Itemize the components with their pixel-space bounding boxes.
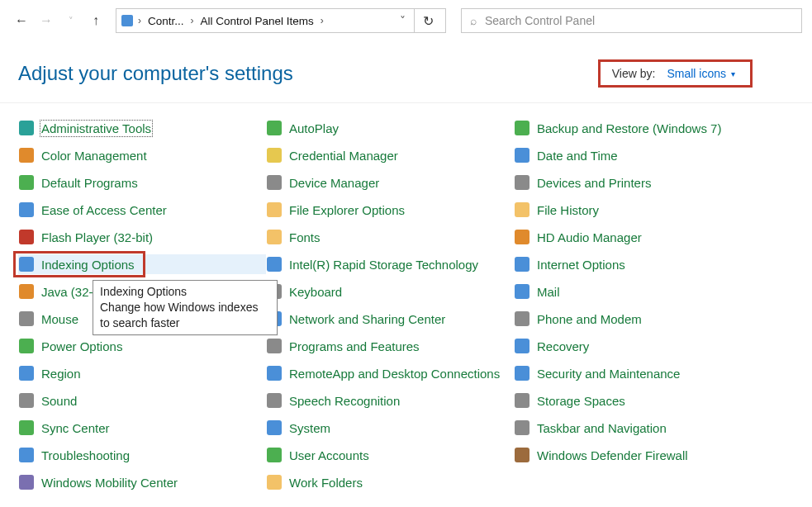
chevron-right-icon[interactable]: ›	[319, 15, 325, 26]
control-panel-item[interactable]: Internet Options	[514, 254, 762, 274]
item-icon	[18, 201, 35, 218]
item-label: Credential Manager	[289, 149, 398, 163]
control-panel-item[interactable]: Mail	[514, 282, 762, 301]
item-label: Backup and Restore (Windows 7)	[537, 121, 721, 135]
item-label: System	[289, 421, 330, 435]
control-panel-item[interactable]: Windows Mobility Center	[18, 472, 266, 492]
control-panel-item[interactable]: Default Programs	[18, 173, 266, 192]
item-icon	[18, 447, 35, 463]
item-label: RemoteApp and Desktop Connections	[289, 367, 500, 381]
breadcrumb-current[interactable]: All Control Panel Items	[197, 15, 317, 27]
address-bar[interactable]: › Contr... › All Control Panel Items › ˅…	[116, 8, 446, 33]
item-label: Phone and Modem	[537, 312, 642, 326]
control-panel-item[interactable]: Devices and Printers	[514, 173, 762, 192]
control-panel-item[interactable]: Sync Center	[18, 418, 266, 438]
item-icon	[514, 447, 530, 463]
control-panel-item[interactable]: Storage Spaces	[514, 391, 762, 410]
control-panel-item[interactable]: Security and Maintenance	[514, 363, 762, 383]
address-dropdown-icon[interactable]: ˅	[393, 14, 412, 27]
item-label: Internet Options	[537, 258, 625, 272]
control-panel-item[interactable]: Color Management	[18, 145, 266, 165]
control-panel-item[interactable]: Device Manager	[266, 173, 514, 192]
item-label: Windows Mobility Center	[41, 476, 178, 490]
control-panel-item[interactable]: Taskbar and Navigation	[514, 418, 762, 438]
item-label: AutoPlay	[289, 121, 339, 135]
control-panel-item[interactable]: Phone and Modem	[514, 309, 762, 329]
tooltip: Indexing Options Change how Windows inde…	[93, 280, 278, 335]
item-label: Taskbar and Navigation	[537, 421, 667, 435]
item-icon	[514, 365, 530, 381]
control-panel-item[interactable]: AutoPlay	[266, 118, 514, 138]
item-icon	[514, 310, 530, 327]
control-panel-item[interactable]: Credential Manager	[266, 145, 514, 165]
page-title: Adjust your computer's settings	[18, 62, 293, 85]
control-panel-item[interactable]: Indexing Options	[18, 254, 266, 274]
chevron-right-icon[interactable]: ›	[136, 15, 143, 26]
up-icon[interactable]: ↑	[89, 14, 102, 27]
chevron-right-icon[interactable]: ›	[189, 15, 196, 26]
item-label: File History	[537, 203, 599, 217]
header-row: Adjust your computer's settings View by:…	[0, 41, 812, 88]
control-panel-item[interactable]: Programs and Features	[266, 336, 514, 356]
back-icon[interactable]: ←	[15, 14, 28, 27]
control-panel-item[interactable]: Flash Player (32-bit)	[18, 227, 266, 247]
control-panel-item[interactable]: System	[266, 418, 514, 438]
control-panel-item[interactable]: Fonts	[266, 227, 514, 247]
item-label: Security and Maintenance	[537, 367, 680, 381]
item-label: Fonts	[289, 230, 321, 244]
item-icon	[514, 229, 530, 245]
item-label: Default Programs	[41, 176, 138, 190]
item-label: File Explorer Options	[289, 203, 405, 217]
item-icon	[266, 447, 283, 463]
item-icon	[18, 474, 35, 490]
control-panel-item[interactable]: Date and Time	[514, 145, 762, 165]
control-panel-item[interactable]: Speech Recognition	[266, 391, 514, 410]
refresh-icon[interactable]: ↻	[414, 9, 442, 32]
item-icon	[266, 338, 283, 354]
recent-dropdown-icon[interactable]: ˅	[64, 17, 78, 26]
view-by-selector[interactable]: View by: Small icons ▾	[598, 59, 753, 88]
chevron-down-icon[interactable]: ▾	[731, 69, 735, 78]
tooltip-title: Indexing Options	[100, 284, 270, 300]
item-icon	[266, 201, 283, 218]
item-icon	[266, 120, 283, 136]
item-label: Storage Spaces	[537, 394, 625, 408]
item-label: Date and Time	[537, 149, 618, 163]
toolbar: ← → ˅ ↑ › Contr... › All Control Panel I…	[0, 0, 812, 41]
control-panel-item[interactable]: Windows Defender Firewall	[514, 445, 762, 465]
control-panel-item[interactable]: File Explorer Options	[266, 200, 514, 220]
item-label: Sync Center	[41, 421, 110, 435]
control-panel-item[interactable]: HD Audio Manager	[514, 227, 762, 247]
control-panel-item[interactable]: Intel(R) Rapid Storage Technology	[266, 254, 514, 274]
control-panel-item[interactable]: Network and Sharing Center	[266, 309, 514, 329]
control-panel-item[interactable]: Power Options	[18, 336, 266, 356]
item-label: Color Management	[41, 149, 147, 163]
search-box[interactable]: ⌕	[461, 8, 802, 33]
control-panel-item[interactable]: Ease of Access Center	[18, 200, 266, 220]
item-icon	[514, 392, 530, 409]
control-panel-item[interactable]: Backup and Restore (Windows 7)	[514, 118, 762, 138]
control-panel-item[interactable]: Administrative Tools	[18, 118, 266, 138]
item-label: Programs and Features	[289, 339, 420, 353]
control-panel-item[interactable]: Troubleshooting	[18, 445, 266, 465]
control-panel-item[interactable]: RemoteApp and Desktop Connections	[266, 363, 514, 383]
control-panel-item[interactable]: File History	[514, 200, 762, 220]
forward-icon[interactable]: →	[40, 14, 53, 27]
control-panel-item[interactable]: Sound	[18, 391, 266, 410]
item-label: Speech Recognition	[289, 394, 400, 408]
item-icon	[18, 120, 35, 136]
control-panel-item[interactable]: Keyboard	[266, 282, 514, 301]
item-icon	[18, 419, 35, 436]
view-by-value[interactable]: Small icons	[667, 67, 726, 80]
control-panel-item[interactable]: Work Folders	[266, 472, 514, 492]
control-panel-item[interactable]: Region	[18, 363, 266, 383]
item-icon	[18, 392, 35, 409]
control-panel-item[interactable]: User Accounts	[266, 445, 514, 465]
control-panel-item[interactable]: Recovery	[514, 336, 762, 356]
item-icon	[18, 338, 35, 354]
breadcrumb-root[interactable]: Contr...	[145, 15, 188, 27]
search-input[interactable]	[483, 13, 793, 28]
item-icon	[18, 256, 35, 272]
tooltip-body: Change how Windows indexes to search fas…	[100, 300, 270, 331]
item-icon	[514, 256, 530, 272]
